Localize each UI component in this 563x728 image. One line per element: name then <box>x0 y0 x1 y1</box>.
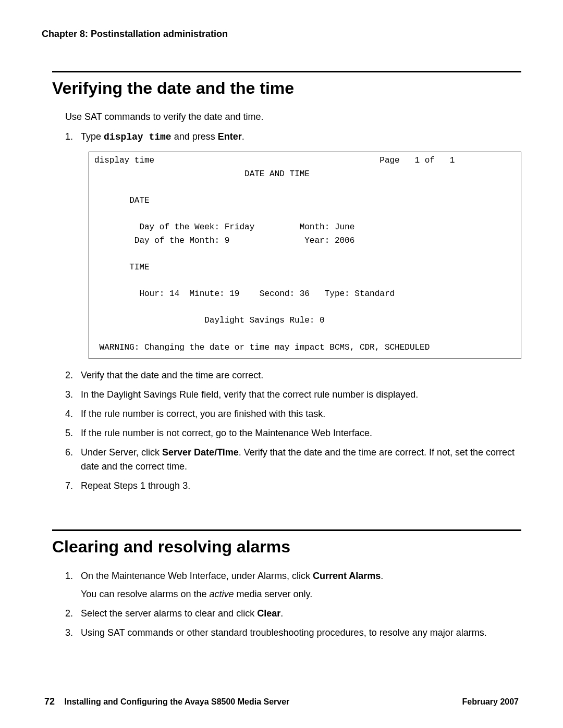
step-text: Repeat Steps 1 through 3. <box>81 479 190 493</box>
step-2: 2. Verify that the date and the time are… <box>65 368 521 382</box>
page-footer: 72 Installing and Configuring the Avaya … <box>44 696 519 707</box>
text-part: Under Server, click <box>81 447 162 458</box>
text-part: . <box>381 571 383 581</box>
enter-key: Enter <box>218 131 242 142</box>
step-1: 1. Type display time and press Enter. <box>65 130 521 144</box>
step-number: 2. <box>65 368 81 382</box>
ui-label: Server Date/Time <box>162 447 239 458</box>
text-part: You can resolve alarms on the <box>81 589 209 599</box>
step-text: Verify that the date and the time are co… <box>81 368 263 382</box>
step-text: Under Server, click Server Date/Time. Ve… <box>81 446 521 474</box>
step-number: 4. <box>65 407 81 421</box>
section-rule <box>52 529 521 531</box>
step-text: Select the server alarms to clear and cl… <box>81 607 283 621</box>
page-number: 72 <box>44 696 55 707</box>
step-number: 1. <box>65 130 81 144</box>
step-number: 6. <box>65 446 81 474</box>
document-title: Installing and Configuring the Avaya S85… <box>64 697 289 706</box>
ui-label: Current Alarms <box>313 571 381 581</box>
chapter-header: Chapter 8: Postinstallation administrati… <box>42 29 521 40</box>
text-part: Select the server alarms to clear and cl… <box>81 608 257 619</box>
steps-list: 2. Verify that the date and the time are… <box>65 368 521 493</box>
section-rule <box>52 71 521 72</box>
step-number: 3. <box>65 388 81 402</box>
section-title-verify: Verifying the date and the time <box>52 79 521 98</box>
step-number: 1. <box>65 569 81 601</box>
terminal-output: display time Page 1 of 1 DATE AND TIME D… <box>89 152 521 359</box>
step-text: If the rule number is not correct, go to… <box>81 426 372 440</box>
footer-date: February 2007 <box>462 697 519 707</box>
ui-label: Clear <box>257 608 280 619</box>
command-text: display time <box>104 132 172 142</box>
section-title-alarms: Clearing and resolving alarms <box>52 537 521 557</box>
alarm-steps: 1. On the Maintenance Web Interface, und… <box>65 569 521 640</box>
step-number: 7. <box>65 479 81 493</box>
text-part: Type <box>81 131 104 142</box>
emphasis: active <box>209 589 234 599</box>
text-part: and press <box>172 131 218 142</box>
step-3: 3. In the Daylight Savings Rule field, v… <box>65 388 521 402</box>
text-part: media server only. <box>234 589 313 599</box>
step-text: If the rule number is correct, you are f… <box>81 407 325 421</box>
text-part: . <box>280 608 283 619</box>
alarm-step-2: 2. Select the server alarms to clear and… <box>65 607 521 621</box>
intro-text: Use SAT commands to verify the date and … <box>65 110 521 124</box>
step-number: 5. <box>65 426 81 440</box>
step-number: 2. <box>65 607 81 621</box>
step-text: On the Maintenance Web Interface, under … <box>81 569 383 601</box>
text-part: . <box>242 131 244 142</box>
step-number: 3. <box>65 626 81 640</box>
text-part: On the Maintenance Web Interface, under … <box>81 571 313 581</box>
step-5: 5. If the rule number is not correct, go… <box>65 426 521 440</box>
step-text: Using SAT commands or other standard tro… <box>81 626 487 640</box>
step-6: 6. Under Server, click Server Date/Time.… <box>65 446 521 474</box>
step-4: 4. If the rule number is correct, you ar… <box>65 407 521 421</box>
step-7: 7. Repeat Steps 1 through 3. <box>65 479 521 493</box>
step-text: Type display time and press Enter. <box>81 130 244 144</box>
step-text: In the Daylight Savings Rule field, veri… <box>81 388 418 402</box>
alarm-step-3: 3. Using SAT commands or other standard … <box>65 626 521 640</box>
alarm-step-1: 1. On the Maintenance Web Interface, und… <box>65 569 521 601</box>
